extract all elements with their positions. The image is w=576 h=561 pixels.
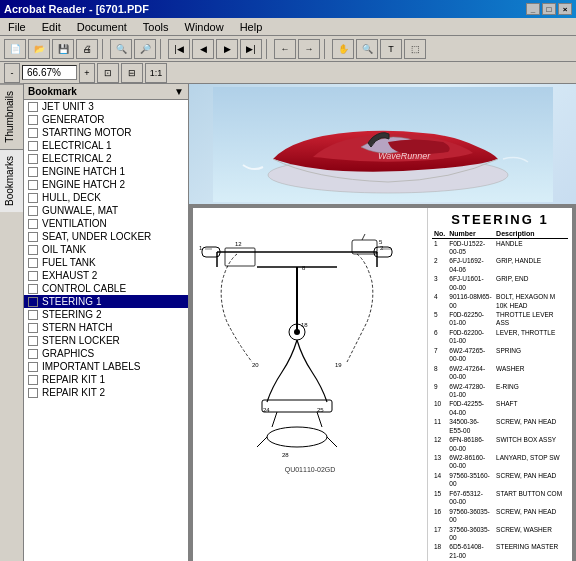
forward-button[interactable]: → bbox=[298, 39, 320, 59]
bookmark-item[interactable]: HULL, DECK bbox=[24, 191, 188, 204]
close-button[interactable]: × bbox=[558, 3, 572, 15]
find-button[interactable]: 🔎 bbox=[134, 39, 156, 59]
bookmark-item[interactable]: STARTING MOTOR bbox=[24, 126, 188, 139]
col-no: No. bbox=[432, 229, 447, 239]
menu-document[interactable]: Document bbox=[73, 20, 131, 34]
menu-window[interactable]: Window bbox=[181, 20, 228, 34]
bookmark-checkbox bbox=[28, 336, 38, 346]
cell-no: 3 bbox=[432, 275, 447, 293]
hand-tool[interactable]: ✋ bbox=[332, 39, 354, 59]
new-button[interactable]: 📄 bbox=[4, 39, 26, 59]
bookmark-item[interactable]: IMPORTANT LABELS bbox=[24, 360, 188, 373]
cell-no: 16 bbox=[432, 507, 447, 525]
bookmark-item[interactable]: EXHAUST 2 bbox=[24, 269, 188, 282]
cell-no: 17 bbox=[432, 525, 447, 543]
cell-desc: SPRING bbox=[494, 346, 568, 364]
minimize-button[interactable]: _ bbox=[526, 3, 540, 15]
bookmark-item[interactable]: ENGINE HATCH 1 bbox=[24, 165, 188, 178]
menu-file[interactable]: File bbox=[4, 20, 30, 34]
text-tool[interactable]: T bbox=[380, 39, 402, 59]
bookmark-item[interactable]: GENERATOR bbox=[24, 113, 188, 126]
title-bar: Acrobat Reader - [6701.PDF _ □ × bbox=[0, 0, 576, 18]
bookmark-item[interactable]: ENGINE HATCH 2 bbox=[24, 178, 188, 191]
bookmark-item[interactable]: REPAIR KIT 2 bbox=[24, 386, 188, 399]
cell-number: 90116-08M65-00 bbox=[447, 293, 494, 311]
bookmarks-tab[interactable]: Bookmarks bbox=[0, 149, 23, 212]
bookmark-checkbox bbox=[28, 193, 38, 203]
search-button[interactable]: 🔍 bbox=[110, 39, 132, 59]
bookmark-item[interactable]: SEAT, UNDER LOCKER bbox=[24, 230, 188, 243]
back-button[interactable]: ← bbox=[274, 39, 296, 59]
prev-page-button[interactable]: ◀ bbox=[192, 39, 214, 59]
bookmark-label: ELECTRICAL 1 bbox=[42, 140, 112, 151]
bookmark-item[interactable]: JET UNIT 3 bbox=[24, 100, 188, 113]
bookmark-item[interactable]: VENTILATION bbox=[24, 217, 188, 230]
save-button[interactable]: 💾 bbox=[52, 39, 74, 59]
bookmark-item[interactable]: CONTROL CABLE bbox=[24, 282, 188, 295]
first-page-button[interactable]: |◀ bbox=[168, 39, 190, 59]
select-tool[interactable]: ⬚ bbox=[404, 39, 426, 59]
bookmark-label: ENGINE HATCH 1 bbox=[42, 166, 125, 177]
table-row: 136W2-86160-00-00LANYARD, STOP SW bbox=[432, 454, 568, 472]
bookmark-item[interactable]: GRAPHICS bbox=[24, 347, 188, 360]
bookmark-item[interactable]: FUEL TANK bbox=[24, 256, 188, 269]
bookmarks-title: Bookmark bbox=[28, 86, 77, 97]
document-page: 1 2 5 12 8 18 19 20 24 25 28 QU01110-02G… bbox=[193, 208, 572, 561]
next-page-button[interactable]: ▶ bbox=[216, 39, 238, 59]
print-button[interactable]: 🖨 bbox=[76, 39, 98, 59]
bookmark-checkbox bbox=[28, 375, 38, 385]
actual-size-btn[interactable]: 1:1 bbox=[145, 63, 167, 83]
bookmark-label: SEAT, UNDER LOCKER bbox=[42, 231, 151, 242]
table-row: 86W2-47264-00-00WASHER bbox=[432, 364, 568, 382]
cell-number: 34500-36-E55-00 bbox=[447, 418, 494, 436]
title-text: Acrobat Reader - [6701.PDF bbox=[4, 3, 149, 15]
bookmark-item[interactable]: OIL TANK bbox=[24, 243, 188, 256]
bookmark-item[interactable]: GUNWALE, MAT bbox=[24, 204, 188, 217]
bookmark-item[interactable]: ELECTRICAL 2 bbox=[24, 152, 188, 165]
cell-desc: SCREW, PAN HEAD bbox=[494, 471, 568, 489]
cell-no: 14 bbox=[432, 471, 447, 489]
bookmark-item[interactable]: REPAIR KIT 1 bbox=[24, 373, 188, 386]
bookmark-item[interactable]: STERN LOCKER bbox=[24, 334, 188, 347]
cell-no: 12 bbox=[432, 436, 447, 454]
cell-no: 13 bbox=[432, 454, 447, 472]
bookmark-checkbox bbox=[28, 310, 38, 320]
bookmarks-dropdown-icon[interactable]: ▼ bbox=[174, 86, 184, 97]
document-area[interactable]: WaveRunner bbox=[189, 84, 576, 561]
bookmark-item[interactable]: STEERING 1 bbox=[24, 295, 188, 308]
bookmark-label: GENERATOR bbox=[42, 114, 104, 125]
bookmark-label: IMPORTANT LABELS bbox=[42, 361, 140, 372]
zoom-in-button[interactable]: 🔍 bbox=[356, 39, 378, 59]
bookmark-label: VENTILATION bbox=[42, 218, 107, 229]
menu-help[interactable]: Help bbox=[236, 20, 267, 34]
cell-number: F0D-U1522-00-05 bbox=[447, 239, 494, 257]
cell-number: 6W2-47280-01-00 bbox=[447, 382, 494, 400]
last-page-button[interactable]: ▶| bbox=[240, 39, 262, 59]
table-row: 1F0D-U1522-00-05HANDLE bbox=[432, 239, 568, 257]
cell-no: 1 bbox=[432, 239, 447, 257]
separator-1 bbox=[102, 39, 106, 59]
open-button[interactable]: 📂 bbox=[28, 39, 50, 59]
zoom-level[interactable]: 66.67% bbox=[22, 65, 77, 80]
zoom-in-btn[interactable]: + bbox=[79, 63, 95, 83]
separator-4 bbox=[324, 39, 328, 59]
bookmark-checkbox bbox=[28, 167, 38, 177]
menu-tools[interactable]: Tools bbox=[139, 20, 173, 34]
bookmark-item[interactable]: STEERING 2 bbox=[24, 308, 188, 321]
cell-no: 18 bbox=[432, 543, 447, 561]
table-row: 15F67-65312-00-00START BUTTON COM bbox=[432, 489, 568, 507]
bookmarks-header: Bookmark ▼ bbox=[24, 84, 188, 100]
svg-text:12: 12 bbox=[235, 241, 242, 247]
bookmark-item[interactable]: STERN HATCH bbox=[24, 321, 188, 334]
cell-desc: GRIP, END bbox=[494, 275, 568, 293]
fit-width-btn[interactable]: ⊟ bbox=[121, 63, 143, 83]
separator-3 bbox=[266, 39, 270, 59]
maximize-button[interactable]: □ bbox=[542, 3, 556, 15]
fit-page-btn[interactable]: ⊡ bbox=[97, 63, 119, 83]
bookmark-checkbox bbox=[28, 219, 38, 229]
thumbnails-tab[interactable]: Thumbnails bbox=[0, 84, 23, 149]
bookmark-item[interactable]: ELECTRICAL 1 bbox=[24, 139, 188, 152]
zoom-out-btn[interactable]: - bbox=[4, 63, 20, 83]
bookmark-label: FUEL TANK bbox=[42, 257, 96, 268]
menu-edit[interactable]: Edit bbox=[38, 20, 65, 34]
